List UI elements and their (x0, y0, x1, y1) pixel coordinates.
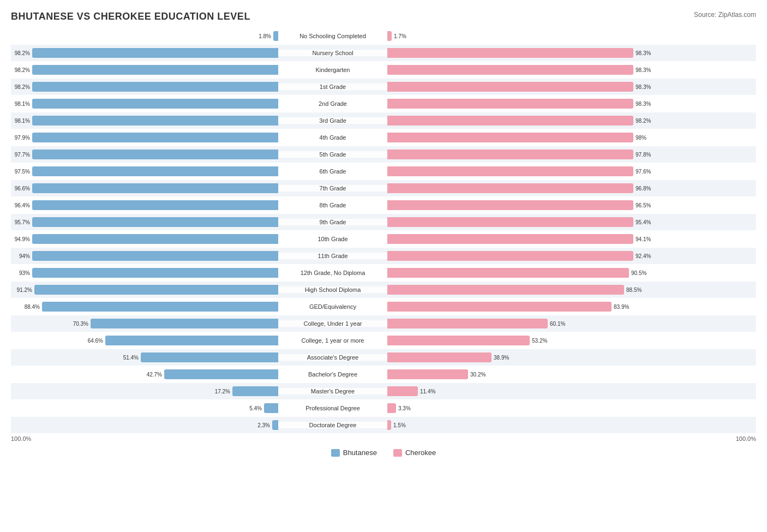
row-label: Associate's Degree (278, 354, 387, 361)
pink-bar (387, 268, 629, 278)
source-text: Source: ZipAtlas.com (694, 11, 756, 19)
pink-bar (387, 420, 391, 430)
blue-bar (32, 116, 278, 125)
blue-bar (264, 403, 278, 413)
blue-bar (32, 200, 278, 210)
row-label: 4th Grade (278, 134, 387, 141)
chart-row: 94%11th Grade92.4% (11, 248, 756, 264)
row-label: College, Under 1 year (278, 320, 387, 327)
blue-bar (34, 285, 278, 295)
row-label: High School Diploma (278, 286, 387, 293)
chart-row: 98.1%3rd Grade98.2% (11, 112, 756, 129)
pink-bar (387, 217, 633, 227)
blue-bar (32, 150, 278, 159)
right-bar-value: 97.6% (636, 169, 655, 175)
legend-blue-color (331, 449, 340, 457)
right-bar-value: 96.5% (636, 202, 655, 208)
row-label: Professional Degree (278, 405, 387, 411)
chart-row: 97.9%4th Grade98% (11, 129, 756, 146)
left-bar-value: 70.3% (69, 321, 88, 327)
right-bar-value: 30.2% (470, 372, 489, 378)
left-bar-value: 96.4% (11, 202, 30, 208)
legend-bhutanese: Bhutanese (331, 449, 377, 457)
chart-row: 98.2%Kindergarten98.3% (11, 62, 756, 78)
pink-bar (387, 65, 633, 75)
chart-row: 17.2%Master's Degree11.4% (11, 383, 756, 399)
right-bar-value: 1.5% (393, 422, 412, 428)
legend-cherokee: Cherokee (393, 449, 436, 457)
pink-bar (387, 369, 468, 379)
pink-bar (387, 251, 633, 261)
blue-bar (32, 183, 278, 193)
left-bar-value: 93% (11, 270, 30, 276)
left-bar-value: 98.1% (11, 118, 30, 124)
row-label: 12th Grade, No Diploma (278, 270, 387, 276)
left-bar-value: 98.2% (11, 67, 30, 73)
blue-bar (42, 302, 278, 312)
left-axis-label: 100.0% (11, 435, 31, 442)
chart-area: 1.8%No Schooling Completed1.7%98.2%Nurse… (11, 28, 756, 433)
chart-row: 91.2%High School Diploma88.5% (11, 282, 756, 298)
right-bar-value: 98.3% (636, 101, 655, 107)
pink-bar (387, 200, 633, 210)
blue-bar (32, 268, 278, 278)
blue-bar (32, 48, 278, 58)
left-bar-value: 98.1% (11, 101, 30, 107)
blue-bar (105, 336, 278, 345)
row-label: Bachelor's Degree (278, 371, 387, 378)
left-bar-value: 94.9% (11, 236, 30, 242)
pink-bar (387, 319, 548, 328)
left-bar-value: 64.6% (84, 338, 103, 344)
row-label: 11th Grade (278, 253, 387, 259)
chart-row: 2.3%Doctorate Degree1.5% (11, 417, 756, 433)
chart-row: 51.4%Associate's Degree38.9% (11, 349, 756, 366)
blue-bar (232, 386, 278, 396)
chart-row: 96.4%8th Grade96.5% (11, 197, 756, 213)
pink-bar (387, 133, 633, 142)
pink-bar (387, 183, 633, 193)
left-bar-value: 98.2% (11, 50, 30, 56)
chart-title: BHUTANESE VS CHEROKEE EDUCATION LEVEL (11, 11, 756, 22)
chart-row: 5.4%Professional Degree3.3% (11, 400, 756, 416)
chart-row: 64.6%College, 1 year or more53.2% (11, 332, 756, 349)
blue-bar (32, 166, 278, 176)
pink-bar (387, 285, 624, 295)
left-bar-value: 1.8% (252, 33, 271, 39)
right-bar-value: 98% (636, 135, 655, 141)
pink-bar (387, 82, 633, 92)
chart-row: 98.2%Nursery School98.3% (11, 45, 756, 61)
right-bar-value: 53.2% (532, 338, 551, 344)
chart-row: 95.7%9th Grade95.4% (11, 214, 756, 230)
chart-row: 1.8%No Schooling Completed1.7% (11, 28, 756, 44)
blue-bar (32, 217, 278, 227)
left-bar-value: 94% (11, 253, 30, 259)
blue-bar (32, 251, 278, 261)
row-label: 8th Grade (278, 202, 387, 208)
chart-row: 93%12th Grade, No Diploma90.5% (11, 265, 756, 281)
left-bar-value: 42.7% (143, 372, 162, 378)
left-bar-value: 98.2% (11, 84, 30, 90)
row-label: 6th Grade (278, 168, 387, 175)
pink-bar (387, 386, 418, 396)
legend-bhutanese-label: Bhutanese (343, 449, 377, 457)
legend-pink-color (393, 449, 402, 457)
pink-bar (387, 336, 530, 345)
left-bar-value: 97.5% (11, 169, 30, 175)
left-bar-value: 2.3% (251, 422, 270, 428)
pink-bar (387, 352, 492, 362)
pink-bar (387, 234, 633, 244)
row-label: 3rd Grade (278, 117, 387, 124)
left-bar-value: 96.6% (11, 186, 30, 192)
chart-container: BHUTANESE VS CHEROKEE EDUCATION LEVEL So… (11, 11, 756, 457)
pink-bar (387, 99, 633, 109)
right-bar-value: 60.1% (550, 321, 569, 327)
left-bar-value: 97.9% (11, 135, 30, 141)
left-bar-value: 5.4% (243, 405, 262, 411)
pink-bar (387, 302, 612, 312)
row-label: 7th Grade (278, 185, 387, 192)
chart-row: 70.3%College, Under 1 year60.1% (11, 315, 756, 332)
left-bar-value: 97.7% (11, 152, 30, 158)
blue-bar (272, 420, 278, 430)
right-bar-value: 92.4% (636, 253, 655, 259)
right-axis-label: 100.0% (736, 435, 756, 442)
